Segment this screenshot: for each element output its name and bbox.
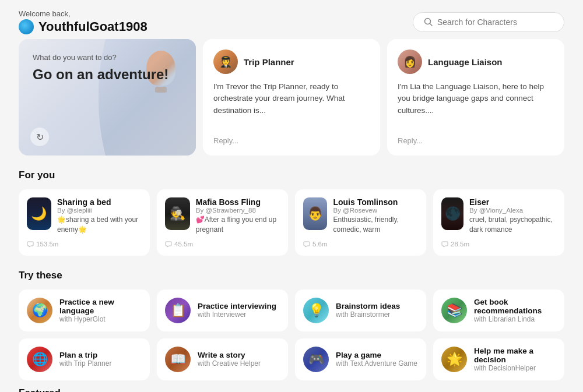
char-desc-sharing: 🌟sharing a bed with your enemy🌟 [57, 215, 142, 235]
char-desc-mafia: 💕After a fling you end up pregnant [196, 215, 280, 235]
try-text-books: Get book recommendations with Librarian … [474, 298, 556, 323]
char-img-mafia: 🕵️ [165, 197, 190, 230]
try-text-trip: Plan a trip with Trip Planner [59, 351, 111, 368]
char-img-louis: 👨 [303, 197, 327, 230]
chat-card-trip-planner[interactable]: 🧑‍✈️ Trip Planner I'm Trevor the Trip Pl… [203, 39, 380, 156]
char-img-eiser: 🌑 [441, 197, 463, 230]
char-name-eiser: Eiser [469, 197, 556, 207]
trip-icon: 🌐 [27, 347, 52, 372]
try-with-trip: with Trip Planner [59, 359, 111, 368]
books-icon: 📚 [441, 298, 467, 323]
featured-title: Featured [19, 387, 564, 392]
chat-reply-language[interactable]: Reply... [398, 136, 554, 145]
char-name-sharing: Sharing a bed [57, 197, 142, 207]
story-icon: 📖 [165, 347, 191, 372]
char-top-eiser: 🌑 Eiser By @Viony_Alexa cruel, brutal, p… [441, 197, 556, 235]
chat-name-trip: Trip Planner [244, 57, 294, 67]
try-with-language: with HyperGlot [59, 315, 142, 323]
hero-title: Go on an adventure! [33, 66, 182, 83]
search-input[interactable] [437, 17, 553, 27]
char-info-louis: Louis Tomlinson By @Rosevew Enthusiastic… [333, 197, 418, 235]
try-card-game[interactable]: 🎮 Play a game with Text Adventure Game [295, 338, 426, 380]
char-messages-louis: 5.6m [303, 241, 418, 248]
try-text-story: Write a story with Creative Helper [198, 351, 261, 368]
try-with-story: with Creative Helper [198, 359, 261, 368]
hero-card[interactable]: What do you want to do? Go on an adventu… [19, 39, 196, 156]
try-title-interview: Practice interviewing [198, 302, 276, 310]
char-card-louis[interactable]: 👨 Louis Tomlinson By @Rosevew Enthusiast… [295, 189, 426, 256]
char-top-mafia: 🕵️ Mafia Boss Fling By @Strawberry_88 💕A… [165, 197, 280, 235]
char-info-mafia: Mafia Boss Fling By @Strawberry_88 💕Afte… [196, 197, 280, 235]
try-card-language[interactable]: 🌍 Practice a new language with HyperGlot [19, 289, 150, 331]
welcome-text: Welcome back, [19, 9, 147, 18]
try-card-story[interactable]: 📖 Write a story with Creative Helper [157, 338, 288, 380]
char-top-louis: 👨 Louis Tomlinson By @Rosevew Enthusiast… [303, 197, 418, 235]
try-title-books: Get book recommendations [474, 298, 556, 315]
interview-icon: 📋 [165, 298, 191, 323]
chat-header-trip: 🧑‍✈️ Trip Planner [213, 50, 370, 74]
svg-line-1 [430, 24, 433, 26]
decision-icon: 🌟 [441, 347, 467, 372]
char-count-mafia: 45.5m [174, 241, 193, 248]
try-title-brainstorm: Brainstorm ideas [336, 302, 400, 310]
try-title-trip: Plan a trip [59, 351, 111, 359]
try-text-decision: Help me make a decision with DecisionHel… [474, 347, 556, 372]
brainstorm-icon: 💡 [303, 298, 329, 323]
char-messages-eiser: 28.5m [441, 241, 556, 248]
char-info-eiser: Eiser By @Viony_Alexa cruel, brutal, psy… [469, 197, 556, 235]
search-bar[interactable] [413, 12, 564, 32]
try-text-interview: Practice interviewing with Interviewer [198, 302, 276, 319]
char-info-sharing: Sharing a bed By @slepliii 🌟sharing a be… [57, 197, 142, 235]
try-title-story: Write a story [198, 351, 261, 359]
try-card-books[interactable]: 📚 Get book recommendations with Libraria… [433, 289, 564, 331]
chat-card-language[interactable]: 👩 Language Liaison I'm Lia the Language … [387, 39, 564, 156]
try-with-books: with Librarian Linda [474, 315, 556, 323]
char-by-sharing: By @slepliii [57, 207, 142, 214]
for-you-title: For you [19, 169, 564, 181]
search-icon [424, 17, 433, 26]
char-card-eiser[interactable]: 🌑 Eiser By @Viony_Alexa cruel, brutal, p… [433, 189, 564, 256]
try-card-brainstorm[interactable]: 💡 Brainstorm ideas with Brainstormer [295, 289, 426, 331]
try-title-language: Practice a new language [59, 298, 142, 315]
refresh-icon: ↻ [36, 132, 44, 143]
chat-reply-trip[interactable]: Reply... [213, 136, 370, 145]
char-messages-mafia: 45.5m [165, 241, 280, 248]
refresh-button[interactable]: ↻ [30, 128, 49, 146]
char-name-mafia: Mafia Boss Fling [196, 197, 280, 207]
try-text-brainstorm: Brainstorm ideas with Brainstormer [336, 302, 400, 319]
try-with-interview: with Interviewer [198, 310, 276, 319]
message-icon [303, 241, 310, 248]
user-avatar-globe [19, 19, 34, 34]
try-with-game: with Text Adventure Game [336, 359, 417, 368]
message-icon [165, 241, 172, 248]
try-text-language: Practice a new language with HyperGlot [59, 298, 142, 323]
char-count-louis: 5.6m [312, 241, 328, 248]
try-grid-row2: 🌐 Plan a trip with Trip Planner 📖 Write … [19, 338, 564, 380]
char-name-louis: Louis Tomlinson [333, 197, 418, 207]
username-label: YouthfulGoat1908 [38, 19, 147, 34]
char-desc-eiser: cruel, brutal, psychopathic, dark romanc… [469, 215, 556, 235]
char-img-sharing: 🌙 [27, 197, 51, 230]
char-desc-louis: Enthusiastic, friendly, comedic, warm [333, 215, 418, 235]
chat-body-language: I'm Lia the Language Liaison, here to he… [398, 81, 554, 129]
chat-body-trip: I'm Trevor the Trip Planner, ready to or… [213, 81, 370, 129]
char-count-sharing: 153.5m [36, 241, 58, 248]
char-card-mafia[interactable]: 🕵️ Mafia Boss Fling By @Strawberry_88 💕A… [157, 189, 288, 256]
try-title-game: Play a game [336, 351, 417, 359]
language-icon: 🌍 [27, 298, 52, 323]
try-title-decision: Help me make a decision [474, 347, 556, 364]
hero-section: What do you want to do? Go on an adventu… [19, 39, 564, 156]
characters-grid: 🌙 Sharing a bed By @slepliii 🌟sharing a … [19, 189, 564, 256]
username-row: YouthfulGoat1908 [19, 19, 147, 34]
try-card-decision[interactable]: 🌟 Help me make a decision with DecisionH… [433, 338, 564, 380]
char-by-louis: By @Rosevew [333, 207, 418, 214]
char-by-mafia: By @Strawberry_88 [196, 207, 280, 214]
try-with-brainstorm: with Brainstormer [336, 310, 400, 319]
message-icon [441, 241, 448, 248]
try-card-trip[interactable]: 🌐 Plan a trip with Trip Planner [19, 338, 150, 380]
try-card-interview[interactable]: 📋 Practice interviewing with Interviewer [157, 289, 288, 331]
message-icon [27, 241, 34, 248]
char-card-sharing-bed[interactable]: 🌙 Sharing a bed By @slepliii 🌟sharing a … [19, 189, 150, 256]
chat-name-language: Language Liaison [428, 57, 503, 67]
try-these-title: Try these [19, 270, 564, 281]
